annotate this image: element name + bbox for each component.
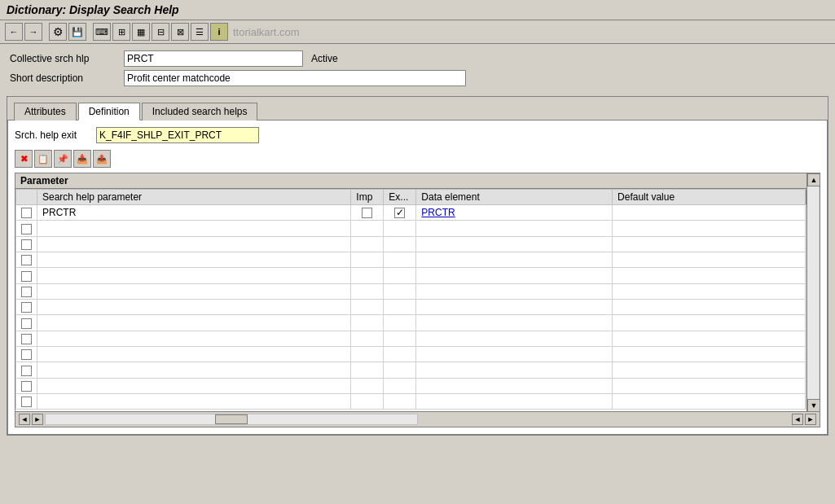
row-selector[interactable] (16, 252, 37, 267)
exp-cell[interactable] (384, 331, 416, 346)
exp-cell[interactable] (384, 393, 416, 409)
exp-cell[interactable] (384, 205, 416, 221)
data-element-link[interactable]: PRCTR (421, 207, 455, 218)
delete-rows-btn[interactable]: ✖ (15, 150, 33, 168)
h-scroll-thumb-area[interactable] (45, 414, 418, 425)
scroll-left-end-btn[interactable]: ◄ (792, 414, 803, 425)
exp-cell[interactable] (384, 221, 416, 236)
h-scroll-thumb[interactable] (215, 414, 248, 424)
imp-cell[interactable] (351, 221, 384, 236)
scroll-up-btn[interactable]: ▲ (807, 173, 820, 186)
imp-cell[interactable] (351, 268, 384, 283)
row-selector[interactable] (16, 299, 37, 314)
row-selector[interactable] (16, 346, 37, 362)
imp-cell[interactable] (351, 205, 384, 221)
row-selector[interactable] (16, 362, 37, 378)
exp-cell[interactable] (384, 378, 416, 393)
display-btn[interactable]: ⊞ (112, 23, 130, 41)
status-badge: Active (311, 53, 338, 64)
row-select-checkbox[interactable] (21, 381, 32, 392)
row-select-checkbox[interactable] (21, 334, 32, 344)
row-select-checkbox[interactable] (21, 397, 32, 407)
srch-exit-input[interactable] (96, 127, 259, 143)
imp-cell[interactable] (351, 283, 384, 299)
imp-checkbox[interactable] (362, 208, 372, 218)
window-title: Dictionary: Display Search Help (7, 3, 179, 16)
vertical-scrollbar[interactable]: ▲ ▼ (806, 173, 820, 412)
paste-btn[interactable]: 📌 (54, 150, 72, 168)
scroll-track[interactable] (807, 186, 819, 399)
imp-cell[interactable] (351, 236, 384, 252)
search-help-parameter-cell (37, 315, 351, 331)
row-selector[interactable] (16, 331, 37, 346)
exp-cell[interactable] (384, 315, 416, 331)
row-select-checkbox[interactable] (21, 208, 32, 218)
tab-attributes[interactable]: Attributes (14, 103, 77, 121)
row-select-checkbox[interactable] (21, 239, 32, 250)
row-select-checkbox[interactable] (21, 349, 32, 360)
tab-included-search-helps[interactable]: Included search helps (142, 103, 258, 121)
exp-cell[interactable] (384, 236, 416, 252)
row-select-checkbox[interactable] (21, 255, 32, 265)
imp-cell[interactable] (351, 362, 384, 378)
imp-cell[interactable] (351, 252, 384, 267)
copy-btn[interactable]: 📋 (34, 150, 52, 168)
back-btn[interactable]: ← (5, 23, 23, 41)
exp-cell[interactable] (384, 283, 416, 299)
insert-btn[interactable]: 📥 (73, 150, 91, 168)
imp-cell[interactable] (351, 331, 384, 346)
exp-cell[interactable] (384, 252, 416, 267)
info-btn[interactable]: i (210, 23, 228, 41)
data-element-cell: PRCTR (416, 205, 613, 221)
exp-cell[interactable] (384, 362, 416, 378)
exp-checkbox[interactable] (394, 208, 405, 218)
imp-cell[interactable] (351, 315, 384, 331)
row-selector[interactable] (16, 283, 37, 299)
table-row (16, 268, 820, 283)
short-desc-input[interactable] (124, 70, 466, 86)
forward-btn[interactable]: → (24, 23, 42, 41)
row-selector[interactable] (16, 378, 37, 393)
default-value-cell (613, 268, 806, 283)
new-btn[interactable]: ⚙ (49, 23, 67, 41)
default-value-cell (613, 205, 806, 221)
table-row (16, 236, 820, 252)
imp-cell[interactable] (351, 346, 384, 362)
scroll-down-btn[interactable]: ▼ (807, 399, 820, 412)
scroll-right-end-btn[interactable]: ► (805, 414, 816, 425)
field-btn[interactable]: ▦ (132, 23, 150, 41)
append-btn[interactable]: 📤 (93, 150, 111, 168)
search-help-parameter-cell (37, 221, 351, 236)
scroll-right-btn-small[interactable]: ► (32, 414, 43, 425)
imp-cell[interactable] (351, 299, 384, 314)
row-selector[interactable] (16, 393, 37, 409)
row-select-checkbox[interactable] (21, 302, 32, 313)
imp-cell[interactable] (351, 378, 384, 393)
data-element-cell (416, 299, 613, 314)
row-selector[interactable] (16, 205, 37, 221)
row-selector[interactable] (16, 268, 37, 283)
row-select-checkbox[interactable] (21, 224, 32, 234)
hierarchy-btn[interactable]: ⊠ (171, 23, 189, 41)
row-select-checkbox[interactable] (21, 271, 32, 282)
row-select-checkbox[interactable] (21, 318, 32, 329)
row-select-checkbox[interactable] (21, 287, 32, 297)
collective-srch-input[interactable] (124, 50, 303, 67)
data-element-cell (416, 346, 613, 362)
search-help-parameter-cell (37, 283, 351, 299)
row-selector[interactable] (16, 315, 37, 331)
imp-cell[interactable] (351, 393, 384, 409)
hierarchy2-btn[interactable]: ☰ (191, 23, 209, 41)
row-select-checkbox[interactable] (21, 366, 32, 376)
relation-btn[interactable]: ⊟ (152, 23, 169, 41)
exp-cell[interactable] (384, 268, 416, 283)
exp-cell[interactable] (384, 299, 416, 314)
row-selector[interactable] (16, 236, 37, 252)
scroll-left-btn[interactable]: ◄ (19, 414, 30, 425)
exp-cell[interactable] (384, 346, 416, 362)
save-btn[interactable]: 💾 (68, 23, 86, 41)
tab-definition[interactable]: Definition (78, 103, 140, 121)
row-selector[interactable] (16, 221, 37, 236)
shortcut-btn[interactable]: ⌨ (93, 23, 111, 41)
default-value-cell (613, 393, 806, 409)
